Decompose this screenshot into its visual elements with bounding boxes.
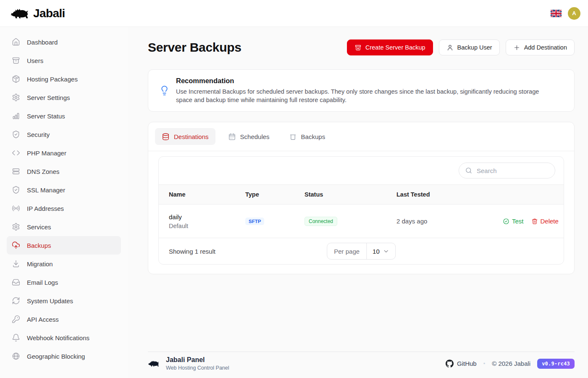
top-bar-right: A xyxy=(551,7,580,20)
footer-panel-name: Jabali Panel xyxy=(166,356,229,364)
sidebar-item-email-logs[interactable]: Email Logs xyxy=(7,273,121,291)
tab-label: Destinations xyxy=(174,133,209,140)
user-avatar[interactable]: A xyxy=(568,7,580,20)
sidebar-item-backups[interactable]: Backups xyxy=(7,236,121,255)
sidebar-item-label: System Updates xyxy=(27,297,73,304)
gear-icon xyxy=(12,223,20,231)
github-icon xyxy=(446,360,454,368)
radio-icon xyxy=(12,204,20,213)
action-label: Delete xyxy=(541,218,559,225)
sidebar-item-label: API Access xyxy=(27,316,59,323)
user-icon xyxy=(446,44,454,51)
tab-destinations[interactable]: Destinations xyxy=(155,128,215,145)
home-icon xyxy=(12,38,20,46)
sidebar-item-migration[interactable]: Migration xyxy=(7,255,121,273)
server-icon xyxy=(12,167,20,176)
sidebar-item-label: Migration xyxy=(27,260,53,268)
key-icon xyxy=(12,315,20,323)
sidebar-item-server-settings[interactable]: Server Settings xyxy=(7,88,121,107)
sidebar-item-dashboard[interactable]: Dashboard xyxy=(7,33,121,51)
sidebar-item-label: Users xyxy=(27,57,43,64)
search-box xyxy=(459,163,555,178)
tab-bar: Destinations Schedules Backups xyxy=(148,122,574,151)
results-summary: Showing 1 result xyxy=(169,248,215,255)
archive-down-icon xyxy=(354,44,362,51)
chevron-down-icon xyxy=(383,248,389,255)
lightbulb-icon xyxy=(159,85,170,96)
globe-icon xyxy=(12,352,20,360)
package-icon xyxy=(12,75,20,83)
sidebar-item-users[interactable]: Users xyxy=(7,51,121,70)
sidebar-item-label: DNS Zones xyxy=(27,168,60,175)
inbox-icon xyxy=(12,278,20,286)
sidebar-item-dns-zones[interactable]: DNS Zones xyxy=(7,162,121,181)
search-icon xyxy=(465,167,472,174)
sidebar-item-ip-addresses[interactable]: IP Addresses xyxy=(7,199,121,218)
brand-name: Jabali xyxy=(33,7,65,20)
tab-label: Schedules xyxy=(240,133,270,140)
sidebar-item-label: Geographic Blocking xyxy=(27,353,85,360)
page-actions: Create Server Backup Backup User Add Des… xyxy=(347,39,575,55)
button-label: Add Destination xyxy=(524,44,567,51)
delete-button[interactable]: Delete xyxy=(531,218,559,225)
table-header-row: Name Type Status Last Tested xyxy=(159,184,564,205)
tab-schedules[interactable]: Schedules xyxy=(221,128,276,145)
code-icon xyxy=(12,149,20,157)
column-header-status: Status xyxy=(304,191,396,198)
sidebar-nav: DashboardUsersHosting PackagesServer Set… xyxy=(0,27,128,378)
destination-name-cell: daily Default xyxy=(169,213,245,229)
per-page-value: 10 xyxy=(373,248,380,255)
boar-icon xyxy=(148,359,160,368)
page-title: Server Backups xyxy=(148,40,242,55)
sidebar-item-label: Security xyxy=(27,131,50,138)
add-destination-button[interactable]: Add Destination xyxy=(506,39,575,55)
sidebar-item-api-access[interactable]: API Access xyxy=(7,310,121,328)
destination-name: daily xyxy=(169,213,245,220)
create-server-backup-button[interactable]: Create Server Backup xyxy=(347,39,433,55)
bar-chart-icon xyxy=(12,112,20,120)
sidebar-item-php-manager[interactable]: PHP Manager xyxy=(7,144,121,162)
backup-user-button[interactable]: Backup User xyxy=(439,39,500,55)
sidebar-item-label: SSL Manager xyxy=(27,186,65,194)
status-badge: Connected xyxy=(304,217,337,226)
column-header-name: Name xyxy=(169,191,245,198)
box-icon xyxy=(289,133,297,141)
tab-label: Backups xyxy=(301,133,326,140)
button-label: Create Server Backup xyxy=(365,44,425,51)
sidebar-item-label: Hosting Packages xyxy=(27,76,78,83)
sidebar-item-services[interactable]: Services xyxy=(7,218,121,236)
sidebar-item-hosting-packages[interactable]: Hosting Packages xyxy=(7,70,121,88)
top-bar: Jabali A xyxy=(0,0,588,27)
sidebar-item-ssl-manager[interactable]: SSL Manager xyxy=(7,181,121,199)
sidebar-item-server-status[interactable]: Server Status xyxy=(7,107,121,125)
recommendation-title: Recommendation xyxy=(176,77,551,85)
page-footer: Jabali Panel Web Hosting Control Panel G… xyxy=(148,352,575,371)
footer-panel-subtitle: Web Hosting Control Panel xyxy=(166,365,229,371)
tab-backups[interactable]: Backups xyxy=(282,128,332,145)
database-icon xyxy=(162,133,170,141)
archive-icon xyxy=(12,56,20,65)
sidebar-item-label: Backups xyxy=(27,242,51,249)
sidebar-item-webhook-notifications[interactable]: Webhook Notifications xyxy=(7,328,121,347)
column-header-last-tested: Last Tested xyxy=(396,191,503,198)
destination-type-cell: SFTP xyxy=(245,217,304,225)
trash-icon xyxy=(531,218,538,225)
per-page-select[interactable]: Per page 10 xyxy=(327,243,396,260)
github-link[interactable]: GitHub xyxy=(446,360,477,368)
main-content: Server Backups Create Server Backup Back… xyxy=(128,27,588,378)
sidebar-item-geographic-blocking[interactable]: Geographic Blocking xyxy=(7,347,121,365)
search-input[interactable] xyxy=(459,163,555,178)
last-tested-cell: 2 days ago xyxy=(396,218,503,225)
uk-flag-icon[interactable] xyxy=(551,10,562,17)
sidebar-item-label: Email Logs xyxy=(27,279,58,286)
type-badge: SFTP xyxy=(245,218,264,225)
backups-panel: Destinations Schedules Backups xyxy=(148,122,575,274)
sidebar-item-system-updates[interactable]: System Updates xyxy=(7,291,121,310)
recommendation-card: Recommendation Use Incremental Backups f… xyxy=(148,69,575,112)
calendar-icon xyxy=(228,133,236,141)
sidebar-item-label: PHP Manager xyxy=(27,150,66,157)
github-label: GitHub xyxy=(457,360,477,367)
test-button[interactable]: Test xyxy=(503,218,524,225)
sidebar-item-security[interactable]: Security xyxy=(7,125,121,144)
shield-check-icon xyxy=(12,130,20,139)
